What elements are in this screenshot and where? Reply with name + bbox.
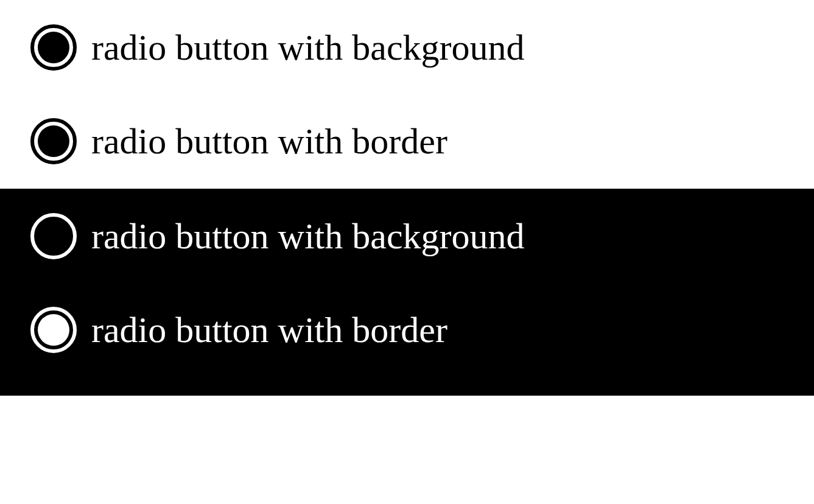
light-section: radio button with background radio butto… bbox=[0, 0, 814, 189]
radio-label: radio button with background bbox=[91, 29, 525, 66]
radio-button-selected-icon[interactable] bbox=[30, 118, 77, 164]
radio-button-selected-icon[interactable] bbox=[30, 307, 77, 353]
radio-label: radio button with border bbox=[91, 312, 447, 348]
radio-label: radio button with background bbox=[91, 218, 525, 254]
radio-row-border-light: radio button with border bbox=[30, 118, 784, 164]
radio-row-border-dark: radio button with border bbox=[30, 307, 784, 353]
radio-row-background-light: radio button with background bbox=[30, 24, 784, 71]
radio-label: radio button with border bbox=[91, 123, 447, 159]
dark-section: radio button with background radio butto… bbox=[0, 189, 814, 396]
radio-button-unselected-icon[interactable] bbox=[30, 213, 77, 259]
radio-row-background-dark: radio button with background bbox=[30, 213, 784, 259]
radio-button-selected-icon[interactable] bbox=[30, 24, 77, 71]
